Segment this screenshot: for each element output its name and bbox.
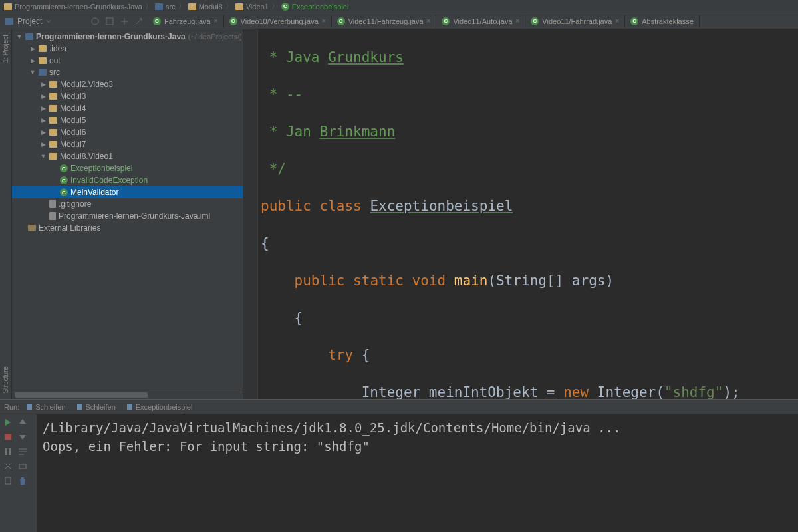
tree-row[interactable]: ▼src bbox=[12, 66, 243, 78]
tree-label: Modul2.Video3 bbox=[60, 80, 113, 89]
tree-label: Modul5 bbox=[60, 116, 86, 125]
editor-tab[interactable]: CVideo10/Vererbung.java× bbox=[224, 15, 332, 27]
pause-icon[interactable] bbox=[3, 446, 13, 457]
tree-row[interactable]: ▶Modul4 bbox=[12, 102, 243, 114]
tree-row[interactable]: ▼Modul8.Video1 bbox=[12, 150, 243, 162]
class-icon: C bbox=[153, 17, 161, 25]
down-icon[interactable] bbox=[17, 432, 28, 442]
tree-row[interactable]: ▶.idea bbox=[12, 43, 243, 55]
editor-gutter[interactable] bbox=[243, 29, 258, 399]
code-content[interactable]: * Java Grundkurs * -- * Jan Brinkmann */… bbox=[258, 29, 798, 399]
close-icon[interactable]: × bbox=[427, 17, 431, 25]
svg-rect-1 bbox=[106, 18, 113, 25]
run-config-icon bbox=[26, 404, 33, 410]
soft-wrap-icon[interactable] bbox=[17, 446, 28, 457]
tree-row[interactable]: CExceptionbeispiel bbox=[12, 162, 243, 174]
expand-arrow-icon[interactable]: ▼ bbox=[29, 69, 36, 76]
scroll-icon[interactable] bbox=[134, 17, 144, 26]
expand-arrow-icon[interactable]: ▶ bbox=[29, 45, 36, 52]
tree-label: InvalidCodeException bbox=[70, 176, 148, 185]
class-icon: C bbox=[337, 17, 345, 25]
tree-row[interactable]: ▶Modul7 bbox=[12, 138, 243, 150]
tree-row[interactable]: ▶Modul2.Video3 bbox=[12, 78, 243, 90]
tree-row[interactable]: Programmieren-lernen-Grundkurs-Java.iml bbox=[12, 210, 243, 222]
tree-row[interactable]: ▶Modul5 bbox=[12, 114, 243, 126]
folder-icon bbox=[49, 141, 57, 148]
svg-rect-8 bbox=[19, 464, 26, 469]
editor-tab[interactable]: CVideo11/Fahrrad.java× bbox=[525, 15, 625, 27]
breadcrumb-crumb[interactable]: src bbox=[155, 3, 176, 11]
structure-tool-tab[interactable]: Structure bbox=[2, 366, 9, 394]
svg-point-0 bbox=[92, 18, 98, 25]
expand-arrow-icon[interactable]: ▶ bbox=[40, 141, 47, 148]
editor-area: * Java Grundkurs * -- * Jan Brinkmann */… bbox=[243, 29, 798, 399]
tree-row[interactable]: ▶out bbox=[12, 55, 243, 66]
settings-icon[interactable] bbox=[105, 17, 114, 26]
folder-icon bbox=[49, 117, 57, 124]
expand-arrow-icon[interactable]: ▶ bbox=[29, 57, 36, 64]
breadcrumb-crumb[interactable]: Modul8 bbox=[188, 3, 223, 11]
hide-icon[interactable] bbox=[120, 17, 129, 26]
close-icon[interactable]: × bbox=[214, 17, 218, 25]
breadcrumb-sep: 〉 bbox=[271, 1, 279, 11]
project-toolbar-icons bbox=[86, 17, 148, 26]
toolbar-row: Project CFahrzeug.java× CVideo10/Vererbu… bbox=[0, 13, 798, 29]
tree-project-root[interactable]: ▼ Programmieren-lernen-Grundkurs-Java (~… bbox=[12, 31, 243, 43]
exit-icon[interactable] bbox=[3, 461, 13, 471]
expand-arrow-icon[interactable]: ▶ bbox=[40, 105, 47, 112]
project-view-selector[interactable]: Project bbox=[0, 17, 86, 26]
stop-icon[interactable] bbox=[3, 432, 13, 442]
folder-icon bbox=[188, 3, 196, 10]
expand-arrow-icon[interactable]: ▶ bbox=[40, 81, 47, 88]
main-area: 1: Project Structure ▼ Programmieren-ler… bbox=[0, 29, 798, 399]
folder-icon bbox=[39, 45, 47, 52]
breadcrumb-sep: 〉 bbox=[145, 1, 152, 11]
class-icon: C bbox=[60, 176, 68, 184]
print-icon[interactable] bbox=[17, 461, 28, 471]
tree-label: External Libraries bbox=[39, 223, 100, 233]
expand-arrow-icon[interactable]: ▼ bbox=[16, 33, 23, 40]
code-editor[interactable]: * Java Grundkurs * -- * Jan Brinkmann */… bbox=[243, 29, 798, 399]
project-icon bbox=[5, 18, 13, 25]
folder-icon bbox=[4, 3, 12, 10]
dump-icon[interactable] bbox=[3, 475, 13, 486]
close-icon[interactable]: × bbox=[615, 17, 619, 25]
tree-row[interactable]: ▶Modul3 bbox=[12, 90, 243, 102]
run-tab[interactable]: Schleifen bbox=[22, 402, 69, 412]
expand-arrow-icon[interactable]: ▶ bbox=[40, 117, 47, 124]
expand-arrow-icon[interactable]: ▼ bbox=[40, 153, 47, 160]
run-tab[interactable]: Exceptionbeispiel bbox=[122, 402, 197, 412]
project-tree[interactable]: ▼ Programmieren-lernen-Grundkurs-Java (~… bbox=[12, 29, 243, 390]
folder-icon bbox=[49, 81, 57, 88]
project-scrollbar[interactable] bbox=[12, 390, 243, 399]
expand-arrow-icon[interactable]: ▶ bbox=[40, 93, 47, 100]
rerun-icon[interactable] bbox=[3, 417, 13, 428]
breadcrumb-crumb[interactable]: CExceptionbeispiel bbox=[281, 3, 349, 11]
close-icon[interactable]: × bbox=[516, 17, 520, 25]
run-label: Run: bbox=[4, 403, 19, 411]
svg-rect-9 bbox=[5, 477, 11, 484]
collapse-icon[interactable] bbox=[90, 17, 100, 26]
close-icon[interactable]: × bbox=[322, 17, 326, 25]
editor-tab[interactable]: CVideo11/Fahrzeug.java× bbox=[332, 15, 437, 27]
console-output[interactable]: /Library/Java/JavaVirtualMachines/jdk1.8… bbox=[37, 414, 798, 532]
editor-tab[interactable]: CFahrzeug.java× bbox=[148, 15, 224, 27]
trash-icon[interactable] bbox=[17, 475, 28, 486]
file-icon bbox=[49, 212, 56, 220]
tree-row[interactable]: .gitignore bbox=[12, 198, 243, 210]
folder-icon bbox=[25, 33, 33, 40]
breadcrumb-crumb[interactable]: Programmieren-lernen-Grundkurs-Java bbox=[4, 3, 142, 11]
tree-label: Programmieren-lernen-Grundkurs-Java.iml bbox=[59, 211, 210, 221]
editor-tab[interactable]: CVideo11/Auto.java× bbox=[436, 15, 525, 27]
tree-row[interactable]: CInvalidCodeException bbox=[12, 174, 243, 186]
tree-row[interactable]: CMeinValidator bbox=[12, 186, 243, 198]
tree-row[interactable]: External Libraries bbox=[12, 222, 243, 234]
up-icon[interactable] bbox=[17, 417, 28, 428]
expand-arrow-icon[interactable]: ▶ bbox=[40, 129, 47, 136]
breadcrumb-crumb[interactable]: Video1 bbox=[235, 3, 269, 11]
editor-tab[interactable]: CAbstrakteklasse bbox=[625, 15, 700, 27]
run-tab[interactable]: Schleifen bbox=[72, 402, 120, 412]
project-tool-tab[interactable]: 1: Project bbox=[2, 35, 9, 63]
tree-row[interactable]: ▶Modul6 bbox=[12, 126, 243, 138]
scrollbar-thumb[interactable] bbox=[15, 392, 148, 398]
